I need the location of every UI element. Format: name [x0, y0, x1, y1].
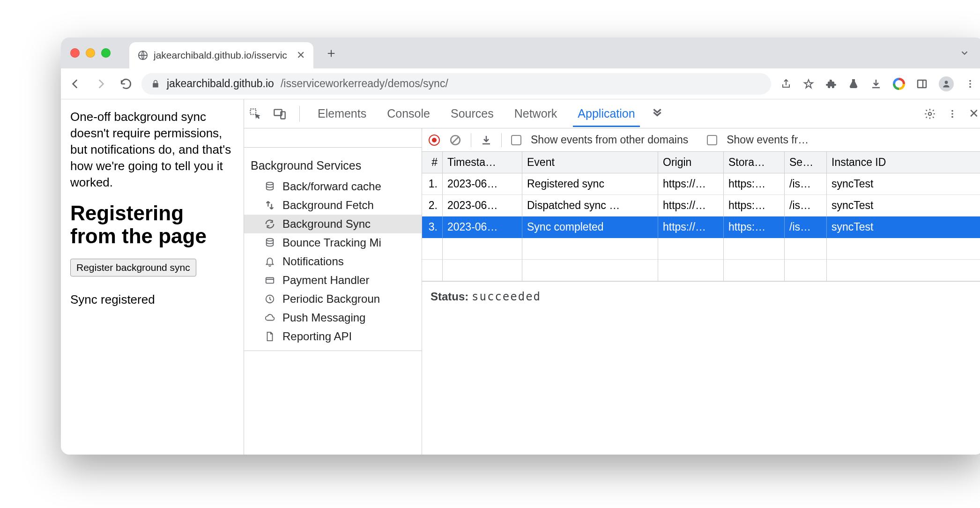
sidebar-item-notifications[interactable]: Notifications: [244, 252, 422, 271]
cell-event: Dispatched sync …: [522, 195, 658, 217]
sidebar-item-label: Reporting API: [282, 330, 352, 343]
register-sync-button[interactable]: Register background sync: [70, 259, 196, 276]
sidebar-item-label: Notifications: [282, 255, 344, 268]
cell-num: 1.: [422, 173, 443, 195]
close-devtools-icon[interactable]: ✕: [969, 106, 979, 121]
svg-rect-6: [251, 109, 256, 114]
sidebar-item-background-sync[interactable]: Background Sync: [244, 215, 422, 233]
browser-tab-active[interactable]: jakearchibald.github.io/isservic ✕: [129, 42, 313, 68]
google-account-icon[interactable]: [893, 78, 905, 90]
svg-point-10: [951, 110, 953, 112]
col-storage[interactable]: Stora…: [724, 152, 785, 173]
tabs-overflow-icon[interactable]: [959, 48, 970, 58]
tab-application[interactable]: Application: [573, 100, 639, 127]
close-window-icon[interactable]: [70, 48, 80, 58]
minimize-window-icon[interactable]: [86, 48, 95, 58]
svg-point-3: [969, 80, 971, 82]
devtools-body: Background Services Back/forward cacheBa…: [244, 128, 980, 455]
col-num[interactable]: #: [422, 152, 443, 173]
back-icon[interactable]: [69, 78, 82, 90]
tab-sources[interactable]: Sources: [446, 100, 498, 127]
show-events-fr-label: Show events fr…: [727, 134, 809, 146]
col-service[interactable]: Se…: [785, 152, 827, 173]
address-path: /isserviceworkerready/demos/sync/: [281, 77, 448, 90]
svg-point-4: [969, 83, 971, 85]
sidebar-item-payment-handler[interactable]: Payment Handler: [244, 271, 422, 290]
col-timestamp[interactable]: Timesta…: [443, 152, 522, 173]
col-origin[interactable]: Origin: [658, 152, 724, 173]
tab-elements[interactable]: Elements: [313, 100, 371, 127]
tab-network[interactable]: Network: [510, 100, 562, 127]
close-tab-icon[interactable]: ✕: [297, 49, 305, 61]
svg-point-9: [928, 112, 932, 115]
svg-point-12: [951, 116, 953, 118]
device-toggle-icon[interactable]: [273, 107, 286, 120]
globe-icon: [138, 50, 148, 60]
devtools-sidebar: Background Services Back/forward cacheBa…: [244, 128, 422, 455]
download-icon[interactable]: [870, 78, 882, 90]
tab-console[interactable]: Console: [382, 100, 435, 127]
sidebar-item-label: Background Fetch: [282, 199, 374, 212]
svg-point-2: [945, 81, 948, 84]
address-bar[interactable]: jakearchibald.github.io/isserviceworkerr…: [141, 73, 771, 95]
col-instance-id[interactable]: Instance ID: [827, 152, 980, 173]
save-icon[interactable]: [481, 134, 492, 146]
sidebar-item-reporting-api[interactable]: Reporting API: [244, 327, 422, 346]
sidebar-item-background-fetch[interactable]: Background Fetch: [244, 196, 422, 215]
sidebar-item-back-forward-cache[interactable]: Back/forward cache: [244, 177, 422, 196]
forward-icon[interactable]: [95, 78, 107, 90]
events-toolbar: Show events from other domains Show even…: [422, 128, 980, 152]
labs-icon[interactable]: [848, 78, 859, 90]
sidebar-item-label: Background Sync: [282, 217, 371, 231]
bookmark-icon[interactable]: [803, 78, 814, 90]
share-icon[interactable]: [780, 78, 792, 90]
browser-tab-title: jakearchibald.github.io/isservic: [154, 50, 287, 61]
side-panel-icon[interactable]: [916, 78, 928, 90]
page-intro-text: One-off background sync doesn't require …: [70, 109, 234, 191]
page-heading: Registering from the page: [70, 202, 234, 247]
sidebar-item-periodic-backgroun[interactable]: Periodic Backgroun: [244, 290, 422, 308]
sidebar-item-label: Push Messaging: [282, 311, 365, 324]
cell-event: Sync completed: [522, 217, 658, 238]
show-other-domains-checkbox[interactable]: [511, 135, 521, 145]
table-row[interactable]: 1.2023-06…Registered synchttps://…https:…: [422, 173, 980, 195]
kebab-icon[interactable]: [947, 109, 958, 119]
transfer-icon: [265, 200, 277, 210]
sidebar-item-label: Bounce Tracking Mi: [282, 236, 381, 249]
cell-instance-id: syncTest: [827, 173, 980, 195]
show-events-fr-checkbox[interactable]: [707, 135, 717, 145]
devtools-main: Show events from other domains Show even…: [422, 128, 980, 455]
sidebar-item-label: Back/forward cache: [282, 180, 381, 193]
extensions-icon[interactable]: [825, 78, 837, 90]
tabs-more-icon[interactable]: [651, 108, 663, 120]
new-tab-button[interactable]: ＋: [321, 43, 342, 63]
show-other-domains-label: Show events from other domains: [531, 134, 688, 146]
clear-icon[interactable]: [449, 134, 461, 146]
cell-num: 2.: [422, 195, 443, 217]
col-event[interactable]: Event: [522, 152, 658, 173]
cell-storage: https:…: [724, 195, 785, 217]
file-icon: [265, 331, 277, 342]
zoom-window-icon[interactable]: [101, 48, 111, 58]
svg-point-11: [951, 113, 953, 115]
cell-timestamp: 2023-06…: [443, 217, 522, 238]
sidebar-item-bounce-tracking-mi[interactable]: Bounce Tracking Mi: [244, 233, 422, 252]
address-host: jakearchibald.github.io: [167, 77, 274, 90]
table-row[interactable]: 2.2023-06…Dispatched sync …https://…http…: [422, 195, 980, 217]
window-controls: [70, 48, 111, 58]
record-icon[interactable]: [429, 134, 440, 146]
settings-icon[interactable]: [924, 108, 936, 120]
status-label: Status:: [431, 290, 468, 303]
tab-strip: jakearchibald.github.io/isservic ✕ ＋: [61, 37, 980, 68]
menu-icon[interactable]: [965, 79, 975, 89]
table-row[interactable]: 3.2023-06…Sync completedhttps://…https:……: [422, 217, 980, 238]
reload-icon[interactable]: [120, 78, 132, 90]
inspect-element-icon[interactable]: [249, 107, 262, 120]
cell-origin: https://…: [658, 195, 724, 217]
bell-icon: [265, 256, 277, 267]
table-header-row: # Timesta… Event Origin Stora… Se… Insta…: [422, 152, 980, 173]
profile-avatar[interactable]: [939, 76, 954, 91]
sidebar-item-push-messaging[interactable]: Push Messaging: [244, 308, 422, 327]
status-value: succeeded: [472, 290, 541, 303]
cell-service: /is…: [785, 217, 827, 238]
